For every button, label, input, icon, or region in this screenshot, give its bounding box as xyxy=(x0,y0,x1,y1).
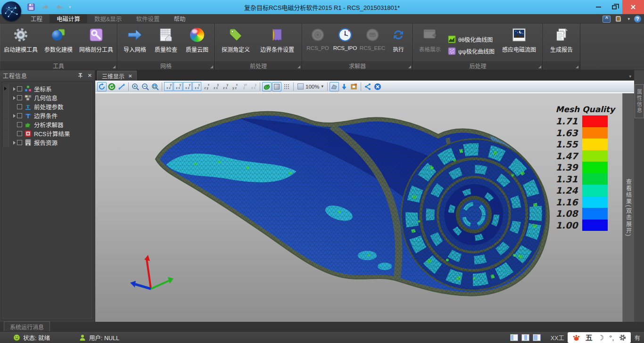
dialog-launcher-icon[interactable] xyxy=(297,65,300,68)
zoom-in-button[interactable] xyxy=(131,82,140,91)
results-collapsed-bar[interactable]: 查看结果(双击展开) xyxy=(622,93,634,322)
tab-settings[interactable]: 软件设置 xyxy=(129,14,166,23)
view-button-8[interactable]: xy z xyxy=(230,82,239,91)
execute-button[interactable]: 执行 xyxy=(386,25,411,61)
row-selector[interactable] xyxy=(2,84,9,93)
ime-logo-icon[interactable] xyxy=(572,334,580,341)
spin-tool-button[interactable] xyxy=(107,82,116,91)
tree-checkbox[interactable] xyxy=(17,131,22,136)
ime-moon-icon[interactable]: ☽ xyxy=(598,334,604,341)
dialog-launcher-icon[interactable] xyxy=(576,65,578,68)
ime-mode-label[interactable]: 五 xyxy=(586,334,593,341)
tree-checkbox[interactable] xyxy=(17,140,22,145)
tree-checkbox[interactable] xyxy=(17,104,22,109)
import-mesh-button[interactable]: 导入网格 xyxy=(119,25,150,61)
help-icon[interactable]: ? xyxy=(634,16,641,23)
app-logo-icon[interactable] xyxy=(1,1,21,21)
view-button-3[interactable]: yx z xyxy=(183,82,192,91)
probe-angle-button[interactable]: 探测角定义 xyxy=(217,25,255,61)
view-button-2[interactable]: yz x xyxy=(173,82,182,91)
tab-data-display[interactable]: 数据&显示 xyxy=(87,14,129,23)
meshing-tool-button[interactable]: 网格剖分工具 xyxy=(77,25,115,61)
tree-checkbox[interactable] xyxy=(17,86,22,91)
tree-row-geometry-info[interactable]: 几何信息 xyxy=(2,93,92,102)
induced-current-map-button[interactable]: 感应电磁流图 xyxy=(497,25,541,61)
shaded-mode-button[interactable] xyxy=(262,82,272,91)
3d-scene[interactable]: Mesh Quality 1.71 1.63 1.55 1.47 1.39 1.… xyxy=(95,93,622,322)
tree-checkbox[interactable] xyxy=(17,95,22,100)
section-tool-button[interactable] xyxy=(330,82,339,91)
quality-check-button[interactable]: 质量检查 xyxy=(150,25,182,61)
ime-settings-gear-icon[interactable] xyxy=(619,334,626,341)
layout-left-icon[interactable] xyxy=(510,334,518,341)
layout-middle-icon[interactable] xyxy=(521,334,529,341)
tree-row-coordinate-system[interactable]: 坐标系 xyxy=(2,84,92,93)
property-info-tab[interactable]: 属性信息 xyxy=(635,84,644,118)
ime-punct-icon[interactable]: °, xyxy=(609,334,614,341)
view-button-7[interactable]: yz x xyxy=(221,82,230,91)
ime-toolbar[interactable]: 五 ☽ °, xyxy=(568,332,631,343)
view-button-9[interactable]: yxz xyxy=(239,82,248,91)
view-button-10[interactable]: yz x xyxy=(249,82,258,91)
dialog-launcher-icon[interactable] xyxy=(408,65,411,68)
launch-modeling-tool-button[interactable]: 启动建模工具 xyxy=(2,25,40,61)
cancel-button[interactable] xyxy=(373,82,382,91)
tree-checkbox[interactable] xyxy=(17,122,22,127)
zoom-caret-icon[interactable]: ▾ xyxy=(321,84,323,89)
rotate-tool-button[interactable] xyxy=(97,82,107,91)
points-mode-button[interactable] xyxy=(282,82,291,91)
zoom-extents-button[interactable] xyxy=(150,82,160,91)
zoom-out-button[interactable] xyxy=(140,82,150,91)
tab-em-compute[interactable]: 电磁计算 xyxy=(50,14,87,23)
knob-icon xyxy=(311,28,325,42)
expand-arrow-icon[interactable] xyxy=(11,87,17,91)
dialog-launcher-icon[interactable] xyxy=(113,65,116,68)
rcs-ipo-button[interactable]: RCS_IPO xyxy=(331,25,359,61)
view-button-6[interactable]: yz x xyxy=(211,82,220,91)
tab-list-caret-icon[interactable]: ▾ xyxy=(629,74,631,79)
pin-icon[interactable] xyxy=(78,73,83,78)
view-button-1[interactable]: yx z xyxy=(164,82,173,91)
dialog-launcher-icon[interactable] xyxy=(210,65,213,68)
expand-arrow-icon[interactable] xyxy=(11,141,17,145)
flow-graph-button[interactable] xyxy=(363,82,372,91)
legend-swatch xyxy=(582,173,608,185)
tree-row-rcs-results[interactable]: RCS计算结果 xyxy=(2,129,92,138)
tree-row-preprocess-params[interactable]: T 前处理参数 xyxy=(2,102,92,111)
tree-row-solver[interactable]: 分析求解器 xyxy=(2,120,92,129)
psi-polarization-curve-button[interactable]: ψψ极化曲线图 xyxy=(448,47,495,55)
tree-row-boundary-conditions[interactable]: 边界条件 xyxy=(2,111,92,120)
group-tools: 启动建模工具 参数化建模 网格剖分工具 工具 xyxy=(0,24,117,70)
zoom-level-control[interactable]: 100% ▾ xyxy=(296,83,325,90)
snapshot-button[interactable] xyxy=(349,82,359,91)
tree-checkbox[interactable] xyxy=(17,113,22,118)
window-style-icon[interactable] xyxy=(615,15,623,23)
tab-project[interactable]: 工程 xyxy=(24,14,50,23)
quality-cloudmap-button[interactable]: 质量云图 xyxy=(182,25,213,61)
layout-wide-icon[interactable] xyxy=(533,334,541,341)
wireframe-mode-button[interactable] xyxy=(272,82,281,91)
window-style-caret-icon[interactable]: ▾ xyxy=(627,17,630,21)
tab-3d-display[interactable]: 三维显示 ✕ xyxy=(97,71,137,81)
panel-close-icon[interactable]: ✕ xyxy=(88,73,92,78)
book-icon xyxy=(269,27,285,43)
boundary-condition-button[interactable]: 边界条件设置 xyxy=(255,25,300,61)
tab-help[interactable]: 帮助 xyxy=(166,14,192,23)
dialog-launcher-icon[interactable] xyxy=(538,65,541,68)
tab-close-icon[interactable]: ✕ xyxy=(128,74,132,79)
expand-arrow-icon[interactable] xyxy=(11,96,17,100)
generate-report-button[interactable]: 生成报告 xyxy=(545,25,578,61)
view-button-4[interactable]: yz x xyxy=(192,82,201,91)
group-label: 求解器 xyxy=(349,62,366,70)
pan-tool-button[interactable] xyxy=(117,82,126,91)
arrow-down-button[interactable] xyxy=(339,82,349,91)
collapse-ribbon-icon[interactable]: ^ xyxy=(603,16,611,23)
tree-row-report-resources[interactable]: 报告资源 xyxy=(2,138,92,147)
axis-triad-icon xyxy=(126,251,175,294)
view-button-5[interactable]: xz y xyxy=(202,82,211,91)
theta-polarization-curve-button[interactable]: θθ极化曲线图 xyxy=(448,35,495,43)
purple-grid-icon xyxy=(448,47,456,55)
system-messages-tab[interactable]: 系统运行消息 xyxy=(4,321,50,331)
parametric-modeling-button[interactable]: 参数化建模 xyxy=(40,25,77,61)
expand-arrow-icon[interactable] xyxy=(11,114,17,118)
